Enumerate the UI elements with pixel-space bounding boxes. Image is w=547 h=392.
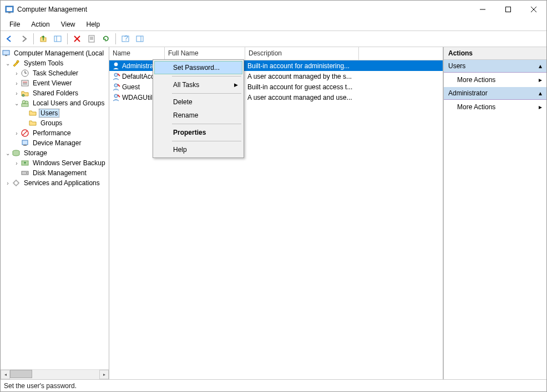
tree-label: Performance <box>31 129 73 137</box>
column-name[interactable]: Name <box>109 47 165 60</box>
tree-label: Disk Management <box>31 169 88 177</box>
svg-rect-8 <box>54 36 61 42</box>
tree-label: Event Viewer <box>31 79 73 87</box>
svg-point-22 <box>17 60 19 63</box>
user-icon <box>112 72 120 81</box>
tree-scroll[interactable]: Computer Management (Local ⌄ System Tool… <box>1 47 109 369</box>
ctx-label: Properties <box>173 129 206 136</box>
storage-icon <box>12 149 21 157</box>
refresh-button[interactable] <box>99 32 113 45</box>
tree-label: Computer Management (Local <box>12 49 105 57</box>
column-description[interactable]: Description <box>245 47 359 60</box>
user-icon <box>112 93 120 102</box>
scroll-right-button[interactable]: ▸ <box>99 370 109 379</box>
user-desc: A user account managed and use... <box>245 94 359 101</box>
chevron-right-icon[interactable]: › <box>13 90 21 96</box>
chevron-right-icon[interactable]: › <box>13 130 21 136</box>
menu-view[interactable]: View <box>55 19 81 29</box>
svg-rect-33 <box>22 104 28 106</box>
tree-users[interactable]: Users <box>1 108 109 118</box>
close-button[interactable] <box>521 1 546 18</box>
ctx-delete[interactable]: Delete <box>154 95 242 109</box>
chevron-right-icon[interactable]: › <box>4 180 12 186</box>
user-desc: Built-in account for administering... <box>245 62 359 70</box>
back-button[interactable] <box>3 32 16 45</box>
app-icon <box>5 5 14 14</box>
help-button[interactable]: ? <box>119 32 132 45</box>
column-full-name[interactable]: Full Name <box>165 47 245 60</box>
tree-root[interactable]: Computer Management (Local <box>1 48 109 58</box>
chevron-right-icon[interactable]: › <box>13 80 21 86</box>
tree-storage[interactable]: ⌄ Storage <box>1 148 109 158</box>
tree-groups[interactable]: Groups <box>1 118 109 128</box>
svg-rect-18 <box>136 36 143 42</box>
svg-point-43 <box>114 63 118 66</box>
toolbar-separator <box>33 33 34 44</box>
ctx-rename[interactable]: Rename <box>154 109 242 122</box>
scroll-track[interactable] <box>10 370 99 379</box>
chevron-right-icon[interactable]: › <box>13 70 21 77</box>
tree-task-scheduler[interactable]: › Task Scheduler <box>1 68 109 78</box>
context-menu-separator <box>172 141 241 141</box>
toolbar-separator <box>67 33 68 44</box>
collapse-icon: ▴ <box>539 89 542 97</box>
actions-section-label: Users <box>448 62 465 70</box>
actions-section-users[interactable]: Users ▴ <box>444 60 546 73</box>
ctx-set-password[interactable]: Set Password... <box>154 61 242 74</box>
ctx-help[interactable]: Help <box>154 143 242 156</box>
user-desc: A user account managed by the s... <box>245 73 359 80</box>
tree-system-tools[interactable]: ⌄ System Tools <box>1 58 109 68</box>
svg-rect-36 <box>22 140 28 145</box>
context-menu-separator <box>172 124 241 124</box>
menu-action[interactable]: Action <box>26 19 55 29</box>
chevron-down-icon[interactable]: ⌄ <box>4 150 12 156</box>
scroll-left-button[interactable]: ◂ <box>1 370 10 379</box>
svg-rect-12 <box>89 35 94 42</box>
menu-file[interactable]: File <box>4 19 26 29</box>
tree-disk-mgmt[interactable]: Disk Management <box>1 168 109 178</box>
tree-wsb[interactable]: › Windows Server Backup <box>1 158 109 168</box>
properties-button[interactable] <box>85 32 98 45</box>
tree-device-manager[interactable]: Device Manager <box>1 138 109 148</box>
tree-local-users[interactable]: ⌄ Local Users and Groups <box>1 98 109 108</box>
tree-horizontal-scrollbar[interactable]: ◂ ▸ <box>1 369 109 379</box>
svg-rect-40 <box>22 171 28 175</box>
tree-label: Storage <box>22 149 49 157</box>
delete-button[interactable] <box>70 32 84 45</box>
show-hide-action-pane-button[interactable] <box>133 32 146 45</box>
tree-label: Users <box>39 109 59 118</box>
list-pane: Name Full Name Description Administrator… <box>109 47 443 379</box>
tree-label: System Tools <box>22 59 65 67</box>
statusbar: Set the user's password. <box>1 379 546 391</box>
chevron-right-icon[interactable]: › <box>13 160 21 166</box>
ctx-all-tasks[interactable]: All Tasks▶ <box>154 78 242 91</box>
actions-more-administrator[interactable]: More Actions ▸ <box>444 100 546 114</box>
forward-button[interactable] <box>17 32 31 45</box>
svg-point-41 <box>26 172 27 174</box>
tree-event-viewer[interactable]: › Event Viewer <box>1 78 109 88</box>
submenu-arrow-icon: ▶ <box>234 82 238 88</box>
event-icon <box>21 79 29 88</box>
collapse-icon: ▴ <box>539 62 542 70</box>
tree-services-apps[interactable]: › Services and Applications <box>1 178 109 188</box>
context-menu: Set Password... All Tasks▶ Delete Rename… <box>153 59 244 158</box>
actions-section-administrator[interactable]: Administrator ▴ <box>444 87 546 100</box>
chevron-down-icon[interactable]: ⌄ <box>13 100 21 106</box>
backup-icon <box>21 159 29 167</box>
svg-rect-4 <box>506 7 511 12</box>
maximize-button[interactable] <box>495 1 521 18</box>
tree-performance[interactable]: › Performance <box>1 128 109 138</box>
tree-label: Local Users and Groups <box>31 99 106 107</box>
chevron-down-icon[interactable]: ⌄ <box>4 60 12 67</box>
up-button[interactable] <box>37 32 50 45</box>
tree-shared-folders[interactable]: › Shared Folders <box>1 88 109 98</box>
show-hide-tree-button[interactable] <box>51 32 64 45</box>
svg-line-35 <box>23 131 27 135</box>
scroll-thumb[interactable] <box>10 370 32 378</box>
minimize-button[interactable] <box>470 1 495 18</box>
ctx-properties[interactable]: Properties <box>154 126 242 139</box>
actions-more-users[interactable]: More Actions ▸ <box>444 73 546 87</box>
toolbar-separator <box>115 33 116 44</box>
disk-icon <box>21 169 29 177</box>
menu-help[interactable]: Help <box>81 19 106 29</box>
